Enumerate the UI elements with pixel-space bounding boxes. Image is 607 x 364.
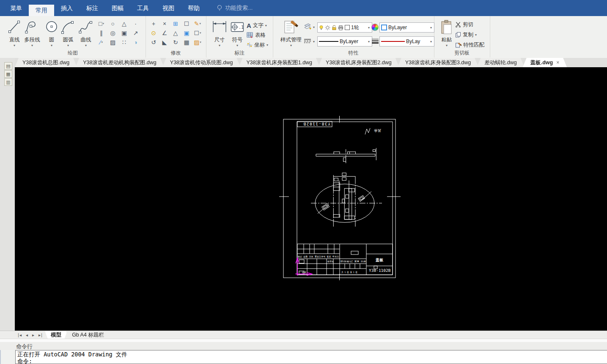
menu-item[interactable]: 常用: [29, 5, 54, 16]
document-tab[interactable]: Y38滚齿机总图.dwg: [15, 58, 77, 67]
svg-text:其余: 其余: [374, 129, 382, 133]
polyline-tool-button[interactable]: 多段线 ▾: [23, 18, 41, 47]
move-icon[interactable]: +: [148, 20, 159, 27]
dropdown-arrow-icon[interactable]: ▾: [14, 44, 15, 47]
dropdown-arrow-icon[interactable]: ▾: [475, 33, 477, 37]
overlap-icon[interactable]: ▣: [181, 30, 192, 36]
dropdown-arrow-icon[interactable]: ▾: [368, 26, 371, 30]
search-box[interactable]: 功能搜索...: [217, 0, 253, 16]
menu-item[interactable]: 插入: [54, 0, 80, 16]
ellipse-icon[interactable]: ○: [107, 20, 118, 27]
filter-tool-icon[interactable]: ▥: [4, 78, 12, 86]
match-properties-button[interactable]: 特性匹配: [455, 41, 484, 49]
grid-tool-icon[interactable]: ▦: [4, 70, 12, 78]
point-icon[interactable]: ·: [130, 20, 141, 27]
rotate-icon[interactable]: ↻: [170, 39, 181, 46]
dropdown-arrow-icon[interactable]: ▾: [31, 44, 33, 47]
dropdown-arrow-icon[interactable]: ▾: [85, 44, 87, 47]
drawing-canvas[interactable]: Y38-1102B 其余 标记 处数 分区 更改文件号 签名 年月日 标准化 批…: [15, 67, 607, 331]
document-tab[interactable]: Y38滚齿机床身装配图2.dwg: [318, 58, 399, 67]
pointer-icon[interactable]: ↗: [130, 30, 141, 36]
cut-button[interactable]: 剪切: [455, 20, 484, 29]
parallel-lines-icon[interactable]: ∥: [96, 30, 107, 36]
mirror-icon[interactable]: △: [170, 30, 181, 36]
dropdown-arrow-icon[interactable]: ▾: [313, 25, 315, 29]
dropdown-arrow-icon[interactable]: ▾: [219, 44, 220, 47]
box-3d-icon[interactable]: ▦: [181, 39, 192, 46]
document-tab[interactable]: Y38滚齿机床身装配图3.dwg: [398, 58, 479, 67]
text-tool-button[interactable]: A 文字▾: [247, 21, 268, 30]
dropdown-arrow-icon[interactable]: ▾: [430, 26, 433, 30]
coordinate-tool-button[interactable]: 坐标▾: [247, 41, 268, 49]
frame-tool-icon[interactable]: ▤: [4, 62, 12, 70]
linetype-icon[interactable]: [304, 38, 311, 46]
dropdown-arrow-icon[interactable]: ▾: [265, 24, 267, 27]
style-manager-icon: [283, 18, 299, 36]
paste-button[interactable]: 粘贴 ▾: [437, 18, 456, 47]
last-layout-button[interactable]: ▸∣: [36, 331, 45, 339]
dropdown-arrow-icon[interactable]: ▾: [290, 44, 292, 47]
dropdown-arrow-icon[interactable]: ▾: [236, 44, 238, 47]
lineweight-combo[interactable]: ByLay ▾: [379, 36, 434, 47]
style-manager-button[interactable]: 样式管理 ▾: [279, 18, 303, 47]
first-layout-button[interactable]: ∣◂: [15, 331, 24, 339]
document-tab[interactable]: Y38滚齿机传动系统图.dwg: [162, 58, 241, 67]
revision-arc-icon[interactable]: △: [118, 20, 130, 27]
array-icon[interactable]: ⊞: [170, 20, 181, 27]
layer-combo[interactable]: 1轮 ▾: [317, 22, 372, 33]
prev-layout-button[interactable]: ◂: [24, 331, 30, 339]
wipeout-icon[interactable]: ◑: [130, 39, 141, 46]
extend-icon[interactable]: ∠: [159, 30, 170, 36]
color-wheel-icon[interactable]: [371, 24, 379, 31]
hatch-edit-icon[interactable]: ▨▾: [192, 39, 203, 46]
erase-icon[interactable]: ✎▾: [192, 20, 203, 27]
copy-button[interactable]: 复制▾: [455, 30, 484, 39]
document-tab[interactable]: 差动蜗轮.dwg: [477, 58, 524, 67]
scale-icon[interactable]: ☐▾: [192, 30, 203, 36]
layout-tab-gba4[interactable]: Gb A4 标题栏: [66, 331, 110, 339]
menu-item[interactable]: 帮助: [181, 0, 206, 16]
dropdown-arrow-icon[interactable]: ▾: [51, 44, 52, 47]
stretch-icon[interactable]: ☐: [181, 20, 192, 27]
next-layout-button[interactable]: ▸: [30, 331, 36, 339]
menu-item[interactable]: 视图: [156, 0, 181, 16]
dimension-tool-button[interactable]: 尺寸 ▾: [210, 18, 229, 47]
block-icon[interactable]: ▣: [118, 30, 130, 36]
dropdown-arrow-icon[interactable]: ▾: [313, 40, 315, 44]
line-tool-button[interactable]: 直线 ▾: [5, 18, 24, 47]
model-tab[interactable]: 模型: [45, 331, 67, 339]
document-tab[interactable]: Y38滚齿机床身装配图1.dwg: [239, 58, 320, 67]
donut-icon[interactable]: ◎: [107, 30, 118, 36]
chamfer-icon[interactable]: ◣: [159, 39, 170, 46]
linetype-combo[interactable]: ByLayer ▾: [317, 36, 372, 47]
construction-line-icon[interactable]: ∕▾: [96, 39, 107, 46]
color-combo[interactable]: ByLayer ▾: [379, 22, 434, 33]
dropdown-arrow-icon[interactable]: ▾: [446, 44, 448, 47]
menu-item[interactable]: 工具: [130, 0, 156, 16]
hatch-icon[interactable]: ▨: [107, 39, 118, 46]
offset-icon[interactable]: ↺: [148, 39, 159, 46]
dropdown-arrow-icon[interactable]: ▾: [67, 44, 69, 47]
lineweight-icon[interactable]: [371, 38, 379, 46]
layer-plot-icon: [338, 25, 343, 30]
symbol-tool-button[interactable]: .1 符号 ▾: [228, 18, 247, 47]
trim-icon[interactable]: ×: [159, 20, 170, 27]
command-line-area[interactable]: 正在打开 AutoCAD 2004 Drawing 文件 命令:: [15, 350, 607, 364]
tab-close-icon[interactable]: ×: [556, 60, 559, 66]
dropdown-arrow-icon[interactable]: ▾: [368, 40, 371, 44]
dropdown-arrow-icon[interactable]: ▾: [430, 40, 433, 44]
arc-tool-button[interactable]: 圆弧 ▾: [59, 18, 77, 47]
layer-states-icon[interactable]: [303, 23, 312, 32]
menu-item[interactable]: 标注: [80, 0, 105, 16]
menu-item[interactable]: 菜单: [3, 0, 29, 16]
document-tab[interactable]: Y38滚齿机差动机构装配图.dwg: [75, 58, 164, 67]
document-tab[interactable]: 盖板.dwg ×: [523, 58, 567, 67]
spline-tool-button[interactable]: 曲线 ▾: [77, 18, 95, 47]
dropdown-arrow-icon[interactable]: ▾: [266, 43, 268, 47]
table-tool-button[interactable]: + 表格: [247, 31, 268, 39]
copy-icon[interactable]: ⊙: [148, 30, 159, 36]
menu-item[interactable]: 图幅: [105, 0, 130, 16]
group-icon[interactable]: ∷: [118, 39, 130, 46]
circle-tool-button[interactable]: 圆 ▾: [42, 18, 61, 47]
rectangle-icon[interactable]: □▾: [96, 20, 107, 27]
